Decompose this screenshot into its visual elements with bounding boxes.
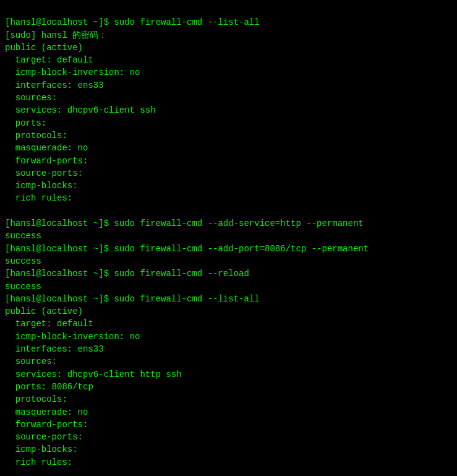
output-line: forward-ports: xyxy=(5,418,452,431)
output-line: sources: xyxy=(5,92,452,104)
output-line: interfaces: ens33 xyxy=(5,343,452,355)
output-line: source-ports: xyxy=(5,431,452,443)
output-line: icmp-blocks: xyxy=(5,180,452,192)
output-line: icmp-block-inversion: no xyxy=(5,66,452,79)
output-line: services: dhcpv6-client ssh xyxy=(5,104,452,116)
prompt-line: [hansl@localhost ~]$ sudo firewall-cmd -… xyxy=(5,217,452,230)
output-line: rich rules: xyxy=(5,456,452,469)
output-line: [sudo] hansl 的密码： xyxy=(5,29,452,41)
blank-line xyxy=(5,205,452,217)
output-line: target: default xyxy=(5,54,452,66)
output-line: source-ports: xyxy=(5,167,452,180)
output-line: masquerade: no xyxy=(5,142,452,154)
output-line: success xyxy=(5,280,452,293)
output-line: protocols: xyxy=(5,393,452,405)
output-line: sources: xyxy=(5,355,452,368)
output-line: public (active) xyxy=(5,41,452,54)
output-line: icmp-blocks: xyxy=(5,443,452,456)
blank-line xyxy=(5,469,452,476)
output-line: icmp-block-inversion: no xyxy=(5,331,452,343)
output-line: protocols: xyxy=(5,129,452,142)
output-line: forward-ports: xyxy=(5,155,452,167)
terminal[interactable]: [hansl@localhost ~]$ sudo firewall-cmd -… xyxy=(0,0,457,476)
output-line: success xyxy=(5,230,452,242)
output-line: masquerade: no xyxy=(5,406,452,418)
prompt-line: [hansl@localhost ~]$ sudo firewall-cmd -… xyxy=(5,243,452,255)
prompt-line: [hansl@localhost ~]$ sudo firewall-cmd -… xyxy=(5,293,452,305)
prompt-line: [hansl@localhost ~]$ sudo firewall-cmd -… xyxy=(5,16,452,28)
output-line: success xyxy=(5,255,452,267)
prompt-line: [hansl@localhost ~]$ sudo firewall-cmd -… xyxy=(5,267,452,280)
output-line: rich rules: xyxy=(5,192,452,204)
output-line: ports: xyxy=(5,117,452,129)
output-line: target: default xyxy=(5,318,452,330)
output-line: public (active) xyxy=(5,305,452,318)
output-line: services: dhcpv6-client http ssh xyxy=(5,368,452,381)
output-line: interfaces: ens33 xyxy=(5,79,452,92)
output-line: ports: 8086/tcp xyxy=(5,381,452,393)
